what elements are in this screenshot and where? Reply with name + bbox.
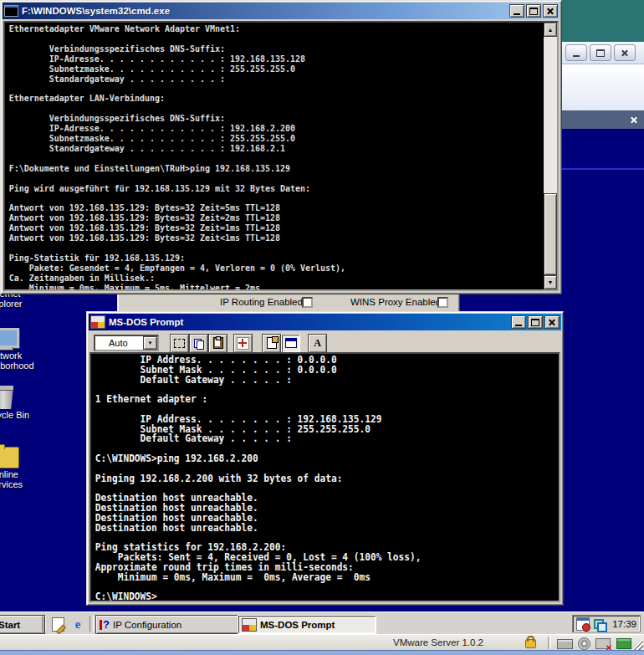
network-disconnected-icon[interactable] xyxy=(595,638,611,649)
lock-icon xyxy=(525,639,536,648)
taskbar-separator xyxy=(42,616,46,632)
msdos-minimize-button[interactable] xyxy=(511,315,526,329)
network-connected-icon[interactable] xyxy=(616,638,631,649)
minimize-icon xyxy=(514,13,520,15)
background-button[interactable] xyxy=(281,334,300,353)
copy-icon xyxy=(194,339,203,348)
task-scheduler-icon[interactable] xyxy=(576,617,590,631)
font-size-value: Auto xyxy=(95,336,143,350)
copy-button[interactable] xyxy=(189,334,208,353)
host-close-button[interactable] xyxy=(614,44,636,61)
vmware-status-bar: VMware Server 1.0.2 xyxy=(0,634,644,651)
system-tray: 17:39 xyxy=(572,615,641,632)
start-button[interactable]: Start xyxy=(0,615,45,634)
panel-close-icon[interactable] xyxy=(631,116,637,123)
paste-button[interactable] xyxy=(208,334,227,353)
wins-proxy-enabled-checkbox[interactable] xyxy=(437,297,448,308)
vmware-console-screen: e Internet Explorer Network Neighborhood… xyxy=(0,0,644,655)
msdos-icon xyxy=(242,618,257,632)
properties-button[interactable] xyxy=(262,334,281,353)
cmd-window-titlebar[interactable]: F:\WINDOWS\system32\cmd.exe xyxy=(3,3,560,19)
font-size-combobox[interactable]: Auto ▼ xyxy=(94,335,159,351)
desktop-icon-label: Online Services xyxy=(0,470,35,489)
document-pencil-icon xyxy=(52,617,64,632)
cmd-maximize-button[interactable] xyxy=(526,4,541,18)
cmd-console-text: Ethernetadapter VMware Network Adapter V… xyxy=(5,23,517,289)
mark-button[interactable] xyxy=(170,334,189,353)
recycle-bin-icon xyxy=(0,386,15,409)
scroll-down-icon[interactable]: ▼ xyxy=(544,275,557,289)
ip-routing-enabled-checkbox[interactable] xyxy=(302,297,313,308)
task-button-label: MS-DOS Prompt xyxy=(260,620,335,630)
cmd-icon xyxy=(4,5,18,17)
task-button-label: IP Configuration xyxy=(113,620,181,630)
msdos-maximize-button[interactable] xyxy=(528,315,543,329)
host-maximize-button[interactable] xyxy=(590,44,611,61)
taskbar-separator xyxy=(89,616,94,632)
desktop-divider-line xyxy=(562,168,644,170)
properties-icon xyxy=(267,337,277,349)
background-icon xyxy=(285,338,297,348)
maximize-icon xyxy=(529,8,538,15)
winipcfg-icon: ? xyxy=(100,620,110,630)
online-services-folder-icon xyxy=(0,447,19,468)
cmd-scrollbar-track[interactable] xyxy=(544,37,557,275)
minimize-icon xyxy=(515,325,522,326)
msdos-console-area: IP Address. . . . . . . . : 0.0.0.0 Subn… xyxy=(89,352,560,602)
host-toolbar-area xyxy=(562,64,644,110)
minimize-icon xyxy=(573,55,580,57)
network-neighborhood-icon xyxy=(0,328,18,350)
maximize-icon xyxy=(531,319,539,326)
guest-taskbar: Start e ? IP Configuration MS-DOS Prompt… xyxy=(0,612,644,635)
msdos-window-title: MS-DOS Prompt xyxy=(109,317,508,327)
msdos-icon xyxy=(90,315,105,329)
desktop-icon-network-neighborhood[interactable]: Network Neighborhood xyxy=(0,321,35,371)
fullscreen-button[interactable] xyxy=(233,334,253,353)
quick-launch-channels-button[interactable] xyxy=(50,617,65,632)
host-desktop-background xyxy=(562,0,644,42)
cmd-window-title: F:\WINDOWS\system32\cmd.exe xyxy=(22,6,506,16)
clock: 17:39 xyxy=(612,619,636,629)
start-label: Start xyxy=(0,620,20,630)
host-panel-titlebar xyxy=(562,110,644,129)
scroll-up-icon[interactable]: ▲ xyxy=(544,23,557,37)
fullscreen-icon xyxy=(237,337,249,350)
resize-grip[interactable] xyxy=(632,639,643,650)
wins-proxy-enabled-label: WINS Proxy Enabled xyxy=(350,297,441,307)
cmd-minimize-button[interactable] xyxy=(509,4,524,18)
vmware-tools-icon[interactable] xyxy=(593,618,605,630)
close-icon xyxy=(621,49,628,56)
vmware-product-label: VMware Server 1.0.2 xyxy=(393,635,483,651)
host-window-controls xyxy=(562,42,644,64)
cmd-console-area: Ethernetadapter VMware Network Adapter V… xyxy=(3,21,559,291)
close-icon xyxy=(547,8,554,14)
task-button-ip-configuration[interactable]: ? IP Configuration xyxy=(95,615,241,634)
cmd-scrollbar-thumb[interactable] xyxy=(544,193,557,275)
font-icon: A xyxy=(314,337,321,350)
msdos-window-titlebar[interactable]: MS-DOS Prompt xyxy=(89,314,561,330)
cmd-close-button[interactable] xyxy=(543,4,558,18)
dropdown-arrow-icon[interactable]: ▼ xyxy=(143,336,157,350)
host-taskbar-edge xyxy=(0,650,644,655)
status-separator xyxy=(548,637,551,649)
msdos-console-text: IP Address. . . . . . . . : 0.0.0.0 Subn… xyxy=(91,354,544,602)
task-button-msdos-prompt[interactable]: MS-DOS Prompt xyxy=(238,615,376,634)
internet-explorer-icon: e xyxy=(75,618,81,630)
floppy-device-icon[interactable] xyxy=(557,639,573,649)
msdos-close-button[interactable] xyxy=(544,315,560,329)
paste-icon xyxy=(213,337,223,349)
maximize-icon xyxy=(596,49,605,57)
desktop-icon-label: Network Neighborhood xyxy=(0,351,35,371)
cmd-window: F:\WINDOWS\system32\cmd.exe Ethernetadap… xyxy=(0,0,562,294)
font-button[interactable]: A xyxy=(308,334,327,353)
msdos-toolbar: Auto ▼ A xyxy=(87,332,563,354)
cmd-scrollbar[interactable]: ▲ ▼ xyxy=(544,23,557,289)
msdos-prompt-window: MS-DOS Prompt Auto ▼ A IP Address. . . .… xyxy=(86,311,564,606)
desktop-icon-recycle-bin[interactable]: Recycle Bin xyxy=(0,381,35,421)
desktop-icon-online-services[interactable]: Online Services xyxy=(0,440,35,489)
quick-launch-ie-button[interactable]: e xyxy=(70,617,85,632)
host-minimize-button[interactable] xyxy=(565,44,587,61)
ip-routing-enabled-label: IP Routing Enabled xyxy=(220,297,303,307)
mark-icon xyxy=(174,339,185,348)
cdrom-device-icon[interactable] xyxy=(578,637,590,650)
